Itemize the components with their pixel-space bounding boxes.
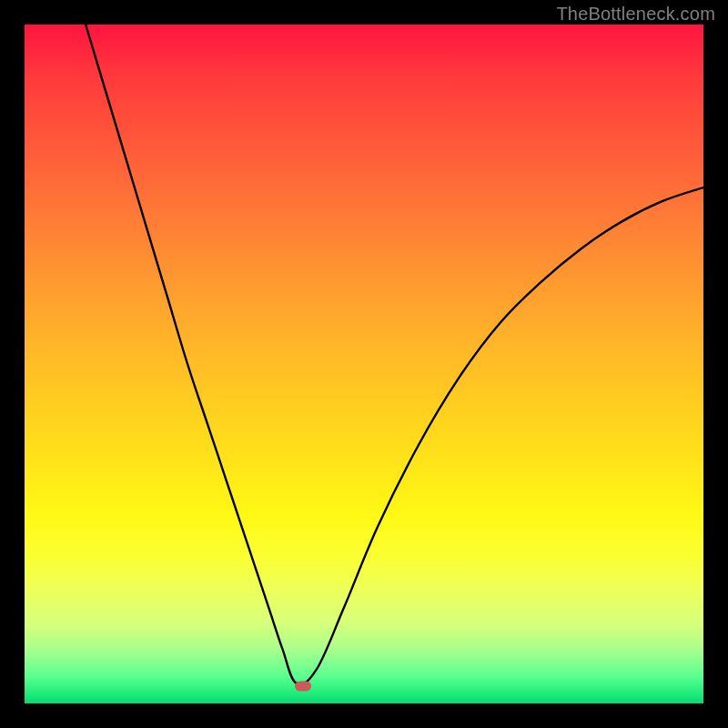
optimum-marker [295,682,311,692]
chart-plot-area [25,25,703,703]
bottleneck-curve [25,25,703,703]
watermark-text: TheBottleneck.com [556,4,715,25]
